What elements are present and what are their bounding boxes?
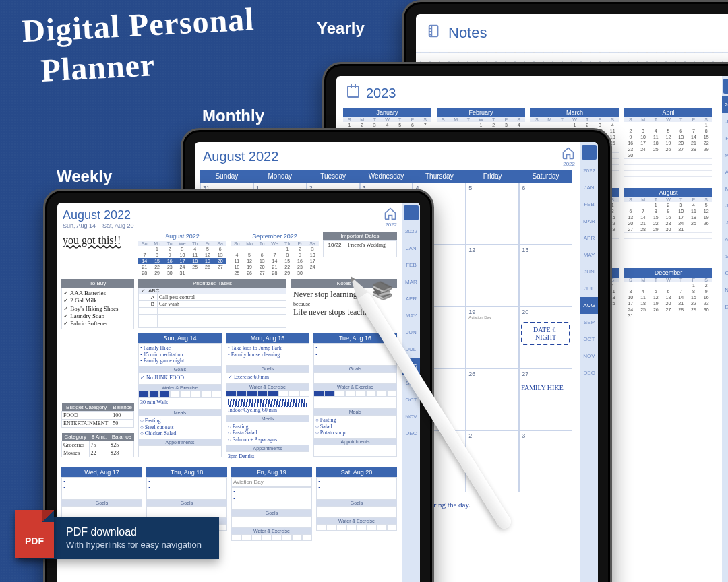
home-icon[interactable] (582, 145, 597, 160)
priority-row[interactable]: BCar wash (138, 301, 286, 308)
month-tab[interactable]: SEP (402, 375, 420, 391)
day-column[interactable]: Tue, Aug 16 •• Goals Water & Exercise Me… (313, 333, 397, 463)
month-tab[interactable]: SEP (722, 248, 728, 265)
month-tab[interactable]: FEB (722, 130, 728, 147)
monthly-dow-row: SundayMondayTuesdayWednesdayThursdayFrid… (200, 170, 572, 183)
month-tab[interactable]: MAR (402, 273, 420, 290)
month-tab[interactable]: NOV (580, 348, 598, 364)
notes-icon (427, 24, 442, 42)
priority-row[interactable]: ACall pest control (138, 294, 286, 301)
spend-row[interactable]: Groceries75$25 (62, 441, 134, 449)
month-tab[interactable]: AUG (402, 358, 420, 375)
prioritized-panel[interactable]: Prioritized Tasks ✓ABCACall pest control… (138, 279, 286, 329)
weekly-day-grid-1[interactable]: Sun, Aug 14 • Family Hike• 15 min medita… (138, 333, 397, 463)
label-weekly: Weekly (57, 167, 112, 186)
weekly-subtitle: Sun, Aug 14 – Sat, Aug 20 (61, 222, 416, 232)
to-buy-item[interactable]: Boy's Hiking Shoes (63, 305, 132, 313)
month-tab[interactable]: NOV (722, 282, 728, 298)
month-tab[interactable]: MAY (722, 181, 728, 197)
month-cell[interactable]: 6 (519, 183, 572, 245)
day-column[interactable]: Mon, Aug 15 • Take kids to Jump Park• Fa… (226, 333, 309, 463)
home-icon[interactable] (404, 205, 419, 220)
day-column[interactable]: Fri, Aug 19 Aviation Day •• Goals Water … (231, 467, 312, 542)
month-tab[interactable]: DEC (722, 298, 728, 315)
month-tab[interactable]: NOV (402, 408, 420, 425)
side-year-tab[interactable]: 2022 (402, 223, 420, 240)
monthly-side-year[interactable]: 2022 (563, 161, 575, 167)
to-buy-item[interactable]: AAA Batteries (63, 290, 132, 297)
to-buy-panel[interactable]: To Buy AAA Batteries2 Gal MilkBoy's Hiki… (61, 279, 134, 329)
budget-panel[interactable]: Budget CategoryBalance FOOD100ENTERTAINM… (61, 403, 134, 457)
to-buy-item[interactable]: Fabric Softener (63, 320, 132, 327)
books-icon: 📚 (371, 282, 393, 301)
month-tab[interactable]: OCT (722, 265, 728, 282)
important-date-row[interactable] (323, 255, 397, 257)
month-tab[interactable]: DEC (580, 364, 598, 381)
budget-row[interactable]: ENTERTAINMENT50 (62, 420, 134, 428)
month-tab[interactable]: JUN (580, 263, 598, 280)
home-icon[interactable] (723, 79, 728, 94)
important-dates[interactable]: Important Dates 10/22Friend's Wedding (323, 232, 397, 276)
month-cell[interactable]: 2 (466, 430, 519, 492)
mini-month[interactable]: December SMTWTFS 12345678910111213141516… (624, 268, 712, 343)
yearly-side-tabs[interactable]: 2023 JANFEBMARAPRMAYJUNJULAUGSEPOCTNOVDE… (722, 76, 728, 582)
to-buy-head: To Buy (61, 279, 134, 288)
budget-row[interactable]: FOOD100 (62, 412, 134, 420)
month-tab[interactable]: SEP (580, 314, 598, 331)
monthly-side-tabs[interactable]: 2022 JANFEBMARAPRMAYJUNJULAUGSEPOCTNOVDE… (580, 142, 598, 582)
notes-panel[interactable]: Notes Never stop learning because Life n… (291, 279, 397, 329)
pdf-download-badge[interactable]: PDF PDF download With hyperlinks for eas… (19, 517, 219, 559)
month-tab[interactable]: JUN (402, 324, 420, 341)
month-tab[interactable]: MAY (580, 247, 598, 263)
month-tab[interactable]: AUG (580, 297, 598, 314)
weekly-side-tabs[interactable]: 2022 JANFEBMARAPRMAYJUNJULAUGSEPOCTNOVDE… (402, 203, 420, 582)
month-tab[interactable]: FEB (580, 196, 598, 213)
weekly-side-year[interactable]: 2022 (385, 222, 397, 228)
month-tab[interactable]: MAY (402, 307, 420, 324)
home-icon[interactable] (562, 146, 575, 160)
notes-quote: Never stop learning because Life never s… (291, 288, 397, 320)
day-column[interactable]: Sat, Aug 20 •• Goals Water & Exercise (316, 467, 397, 542)
month-tab[interactable]: MAR (580, 213, 598, 230)
month-tab[interactable]: OCT (580, 331, 598, 348)
month-tab[interactable]: APR (722, 164, 728, 181)
month-cell[interactable]: 20DATE ☾ NIGHT (519, 306, 572, 368)
month-cell[interactable]: 26 (466, 368, 519, 430)
month-tab[interactable]: DEC (402, 425, 420, 442)
month-cell[interactable]: 13 (519, 245, 572, 306)
side-year-tab[interactable]: 2023 (722, 96, 728, 113)
month-tab[interactable]: APR (580, 230, 598, 247)
month-cell[interactable]: 5 (466, 183, 519, 245)
spend-row[interactable]: Movies22$28 (62, 449, 134, 457)
month-tab[interactable]: JUL (580, 280, 598, 297)
month-tab[interactable]: JUL (402, 341, 420, 358)
month-tab[interactable]: JAN (722, 113, 728, 130)
mini-cal-title: August 2022 (138, 232, 226, 241)
to-buy-item[interactable]: Laundry Soap (63, 313, 132, 320)
month-tab[interactable]: APR (402, 290, 420, 307)
month-tab[interactable]: JUN (722, 197, 728, 214)
pdf-icon: PDF (15, 510, 54, 558)
mini-cal-aug[interactable]: August 2022 SuMoTuWeThFrSa 1234567891011… (138, 232, 226, 276)
month-tab[interactable]: JUL (722, 214, 728, 231)
month-cell[interactable]: 12 (466, 245, 519, 306)
side-year-tab[interactable]: 2022 (580, 162, 598, 179)
mini-cal-sep[interactable]: September 2022 SuMoTuWeThFrSa 1234567891… (231, 232, 319, 276)
mini-month[interactable]: April SMTWTFS 12345678910111213141516171… (624, 108, 712, 183)
home-icon[interactable] (384, 207, 397, 220)
month-tab[interactable]: AUG (722, 231, 728, 248)
month-tab[interactable]: FEB (402, 257, 420, 273)
important-date-row[interactable]: 10/22Friend's Wedding (323, 240, 397, 249)
day-column[interactable]: Sun, Aug 14 • Family Hike• 15 min medita… (138, 333, 222, 463)
month-tab[interactable]: JAN (402, 240, 420, 257)
pdf-subtitle: With hyperlinks for easy navigation (66, 540, 202, 550)
to-buy-item[interactable]: 2 Gal Milk (63, 297, 132, 304)
month-cell[interactable]: 3 (519, 430, 572, 492)
mini-month[interactable]: August SMTWTFS 1234567891011121314151617… (624, 188, 712, 263)
month-tab[interactable]: OCT (402, 391, 420, 408)
month-cell[interactable]: 19Aviation Day (466, 306, 519, 368)
month-tab[interactable]: JAN (580, 179, 598, 196)
important-dates-head: Important Dates (323, 232, 397, 240)
month-tab[interactable]: MAR (722, 147, 728, 164)
month-cell[interactable]: 27FAMILY HIKE (519, 368, 572, 430)
